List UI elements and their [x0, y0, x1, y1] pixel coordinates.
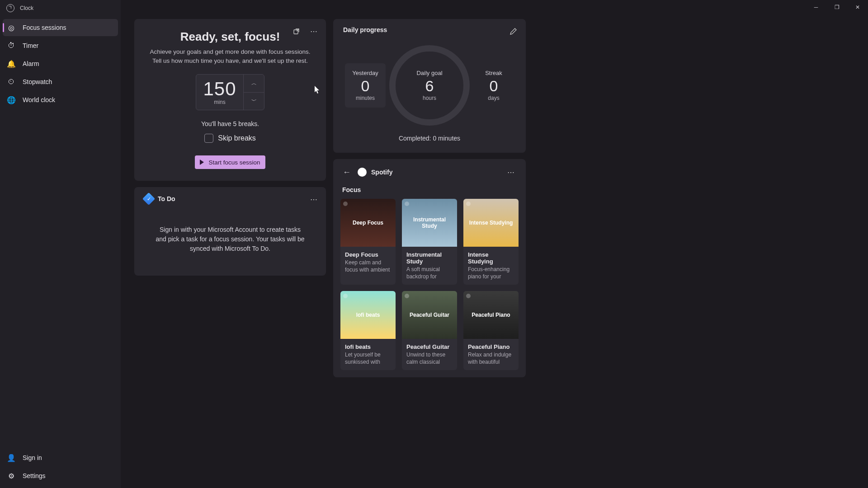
playlist-title: Deep Focus — [340, 247, 396, 259]
stat-label: Daily goal — [416, 70, 442, 76]
focus-subtitle: Achieve your goals and get more done wit… — [144, 47, 316, 65]
playlist-title: lofi beats — [340, 339, 396, 351]
sidebar-item-alarm[interactable]: 🔔 Alarm — [3, 55, 118, 72]
streak-stat: Streak 0 days — [473, 70, 514, 101]
chevron-up-icon: ︿ — [251, 80, 257, 87]
pencil-icon — [510, 28, 517, 35]
skip-breaks-checkbox[interactable] — [204, 134, 213, 143]
spotify-section-label: Focus — [342, 186, 519, 193]
playlist-card[interactable]: Peaceful GuitarPeaceful GuitarUnwind to … — [402, 291, 457, 370]
gear-icon: ⚙ — [7, 472, 15, 480]
minimize-button[interactable]: ─ — [806, 0, 826, 14]
daily-goal-ring: Daily goal 6 hours — [389, 45, 470, 126]
sidebar-item-label: Settings — [23, 472, 46, 479]
keep-on-top-button[interactable] — [289, 23, 304, 39]
daily-progress-title: Daily progress — [343, 26, 516, 33]
chevron-down-icon: ﹀ — [251, 97, 257, 105]
playlist-cover: Peaceful Guitar — [402, 291, 457, 339]
playlist-title: Peaceful Guitar — [402, 339, 457, 351]
spotify-card: ← Spotify ⋯ Focus Deep FocusDeep FocusKe… — [333, 159, 526, 377]
main-content: ⋯ Ready, set, focus! Achieve your goals … — [121, 0, 868, 488]
duration-input[interactable]: 150 mins ︿ ﹀ — [196, 74, 264, 110]
maximize-button[interactable]: ❐ — [826, 0, 847, 14]
duration-increase-button[interactable]: ︿ — [244, 75, 264, 93]
yesterday-stat: Yesterday 0 minutes — [345, 63, 386, 108]
todo-body-text: Sign in with your Microsoft Account to c… — [144, 225, 316, 253]
start-focus-button[interactable]: Start focus session — [195, 155, 265, 169]
sidebar-item-label: Alarm — [23, 60, 39, 67]
playlist-card[interactable]: Deep FocusDeep FocusKeep calm and focus … — [340, 199, 396, 285]
focus-session-card: ⋯ Ready, set, focus! Achieve your goals … — [134, 19, 326, 181]
duration-unit: mins — [214, 99, 225, 105]
duration-decrease-button[interactable]: ﹀ — [244, 93, 264, 110]
playlist-description: Relax and indulge with beautiful pian... — [463, 351, 519, 366]
playlist-cover: Intense Studying — [463, 199, 519, 247]
stat-unit: hours — [423, 95, 436, 101]
skip-breaks-label: Skip breaks — [218, 134, 256, 142]
sidebar-item-world-clock[interactable]: 🌐 World clock — [3, 91, 118, 108]
todo-card: ⋯ To Do Sign in with your Microsoft Acco… — [134, 187, 326, 276]
timer-icon: ⏱ — [7, 42, 15, 50]
playlist-cover: Deep Focus — [340, 199, 396, 247]
user-icon: 👤 — [7, 454, 15, 462]
playlist-card[interactable]: Instrumental StudyInstrumental StudyA so… — [402, 199, 457, 285]
playlist-card[interactable]: Peaceful PianoPeaceful PianoRelax and in… — [463, 291, 519, 370]
playlist-description: Let yourself be sunkissed with bea... — [340, 351, 396, 366]
completed-text: Completed: 0 minutes — [343, 135, 516, 142]
sidebar-item-signin[interactable]: 👤 Sign in — [3, 449, 118, 466]
spotify-logo-icon — [358, 168, 367, 177]
more-button[interactable]: ⋯ — [503, 164, 519, 180]
todo-title: To Do — [158, 195, 175, 202]
playlist-description: Unwind to these calm classical guit... — [402, 351, 457, 366]
sidebar-item-label: Sign in — [23, 454, 42, 461]
more-button[interactable]: ⋯ — [306, 23, 321, 39]
stat-label: Streak — [485, 70, 502, 76]
target-icon: ◎ — [7, 23, 15, 32]
sidebar-item-timer[interactable]: ⏱ Timer — [3, 37, 118, 54]
stat-label: Yesterday — [352, 70, 378, 76]
close-button[interactable]: ✕ — [847, 0, 868, 14]
breaks-text: You'll have 5 breaks. — [144, 120, 316, 127]
spotify-back-button[interactable]: ← — [340, 168, 353, 177]
stat-unit: minutes — [356, 95, 375, 101]
sidebar-item-label: World clock — [23, 96, 55, 103]
playlist-description: Focus-enhancing piano for your stu... — [463, 266, 519, 280]
stat-unit: days — [488, 95, 499, 101]
playlist-title: Intense Studying — [463, 247, 519, 266]
sidebar-item-label: Timer — [23, 42, 38, 49]
sidebar-item-stopwatch[interactable]: ⏲ Stopwatch — [3, 73, 118, 90]
popout-icon — [293, 28, 300, 35]
sidebar: Clock ◎ Focus sessions ⏱ Timer 🔔 Alarm ⏲… — [0, 0, 121, 488]
sidebar-item-label: Stopwatch — [23, 78, 52, 85]
playlist-cover: Instrumental Study — [402, 199, 457, 247]
todo-app-icon — [142, 192, 155, 205]
more-icon: ⋯ — [507, 168, 514, 177]
app-title: Clock — [20, 5, 33, 11]
stat-value: 0 — [361, 77, 370, 95]
playlist-title: Peaceful Piano — [463, 339, 519, 351]
spotify-title: Spotify — [371, 169, 392, 176]
play-icon — [200, 160, 204, 165]
playlist-cover: lofi beats — [340, 291, 396, 339]
daily-progress-card: Daily progress Yesterday 0 minutes Daily… — [333, 19, 526, 153]
sidebar-item-focus-sessions[interactable]: ◎ Focus sessions — [3, 19, 118, 36]
alarm-icon: 🔔 — [7, 60, 15, 68]
more-icon: ⋯ — [310, 27, 317, 36]
playlist-title: Instrumental Study — [402, 247, 457, 266]
sidebar-item-label: Focus sessions — [23, 24, 66, 31]
playlist-card[interactable]: Intense StudyingIntense StudyingFocus-en… — [463, 199, 519, 285]
sidebar-item-settings[interactable]: ⚙ Settings — [3, 467, 118, 484]
edit-goal-button[interactable] — [506, 23, 521, 39]
stopwatch-icon: ⏲ — [7, 78, 15, 86]
duration-value: 150 — [203, 78, 236, 100]
more-button[interactable]: ⋯ — [306, 192, 321, 207]
globe-icon: 🌐 — [7, 96, 15, 104]
clock-icon — [6, 4, 14, 12]
playlist-description: Keep calm and focus with ambient and... — [340, 259, 396, 273]
stat-value: 0 — [490, 77, 498, 95]
playlist-cover: Peaceful Piano — [463, 291, 519, 339]
playlist-description: A soft musical backdrop for your... — [402, 266, 457, 280]
app-title-bar: Clock — [0, 0, 121, 16]
arrow-left-icon: ← — [343, 168, 351, 177]
playlist-card[interactable]: lofi beatslofi beatsLet yourself be sunk… — [340, 291, 396, 370]
